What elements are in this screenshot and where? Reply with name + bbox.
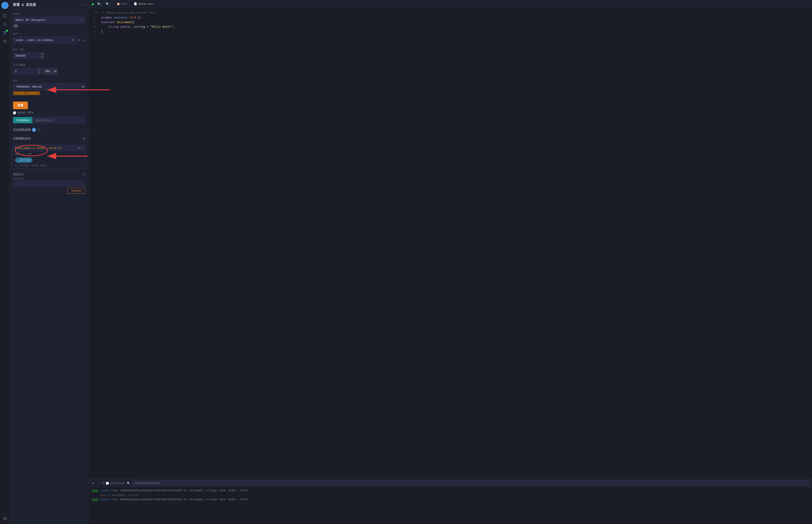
contract-instance-header[interactable]: ▼ HELLOWEB3 AT 0XD91...39138 (M ⧉ ✕ <box>13 145 85 151</box>
tab-close-button[interactable]: ✕ <box>154 2 156 5</box>
zoom-out-button[interactable]: 🔍- <box>105 2 111 6</box>
at-address-input[interactable] <box>32 117 85 123</box>
icon-sidebar: 🔷 ✓ <box>0 0 10 524</box>
line-num-3: 3 <box>89 20 97 25</box>
add-icon[interactable]: + <box>19 33 20 35</box>
string-function-button[interactable]: _string <box>15 158 33 163</box>
ipfs-row: 发布到 IPFS <box>13 111 85 115</box>
line-num-4: 4 <box>89 25 97 29</box>
console-search-input[interactable] <box>132 481 809 486</box>
log-tag-call-2: call <box>91 498 99 501</box>
calldata-label: CALLDATA <box>13 178 85 180</box>
eth-increment-button[interactable]: ▲ <box>37 68 41 71</box>
deploy-button[interactable]: 部署 <box>13 101 28 109</box>
contract-instance: ▼ HELLOWEB3 AT 0XD91...39138 (M ⧉ ✕ 余额: … <box>13 145 86 168</box>
monitor-checkbox-wrap: 监听所有交易 <box>106 481 125 485</box>
ipfs-checkbox[interactable] <box>13 111 16 114</box>
console-search-icon-btn[interactable]: 🔍 <box>126 481 131 485</box>
gas-label: GAS 上限 <box>13 48 85 51</box>
run-button[interactable]: ▶ <box>91 1 95 7</box>
vm-badge: VM <box>13 24 18 28</box>
deploy-action-section: 部署 发布到 IPFS At Address <box>10 97 88 126</box>
chevron-down-icon: ▾ <box>81 18 83 22</box>
transact-button[interactable]: Transact <box>67 188 85 194</box>
editor-tabs: ▶ 🔍+ 🔍- 🏠 Home 📄 hello.sol ✕ <box>89 0 812 8</box>
gas-decrement-button[interactable]: ▼ <box>40 56 44 59</box>
svg-point-5 <box>4 518 5 519</box>
environment-select[interactable]: Remix VM (Shanghai) ▾ <box>13 17 85 23</box>
deployed-contracts-header: 已部署的合约 🗑 <box>10 134 88 143</box>
svg-point-2 <box>3 23 6 26</box>
contract-instance-title: ▼ HELLOWEB3 AT 0XD91...39138 (M <box>15 147 61 150</box>
chevron-down-icon: ▾ <box>72 38 73 42</box>
evm-badge: evm 版本: shanghai <box>13 91 40 95</box>
line-num-5: 5 <box>89 29 97 34</box>
environment-section: 环境 ⚙ Remix VM (Shanghai) ▾ VM <box>10 10 88 30</box>
fn-result: 0: string: Hello Web3! <box>13 164 85 168</box>
account-row: 0x5B3...eddC4 (99.9999999… ▾ ⧉ ✏ <box>13 37 85 43</box>
log-tag-call: call <box>91 489 99 492</box>
eth-unit-select[interactable]: Wei Gwei Ether <box>43 68 58 74</box>
account-select[interactable]: 0x5B3...eddC4 (99.9999999… ▾ <box>13 37 76 43</box>
tx-count-display: 0 <box>102 481 104 485</box>
monitor-label: 监听所有交易 <box>110 481 125 485</box>
contract-balance: 余额: 0. ETH <box>13 151 85 157</box>
line-numbers: 1 2 3 4 5 <box>89 8 97 479</box>
panel-title: 部署 & 发交易 <box>13 3 36 7</box>
contract-select[interactable]: HelloWeb3 - hello.sol <box>13 84 85 90</box>
log-text-3: [call] from: 0x5B38Da6a701c568545dCfcB03… <box>101 498 248 501</box>
environment-label: 环境 ⚙ <box>13 12 85 16</box>
gas-input-row: ▲ ▼ <box>13 52 85 59</box>
nav-icon-files[interactable] <box>1 12 9 19</box>
tab-file[interactable]: 📄 hello.sol ✕ <box>131 1 158 7</box>
at-address-button[interactable]: At Address <box>13 117 32 123</box>
edit-account-button[interactable]: ✏ <box>82 38 85 43</box>
editor-area: ▶ 🔍+ 🔍- 🏠 Home 📄 hello.sol ✕ 1 2 3 4 5 <box>89 0 812 479</box>
at-address-row: At Address <box>13 117 85 123</box>
eth-value-input[interactable] <box>13 68 35 74</box>
eth-decrement-button[interactable]: ▼ <box>37 71 41 74</box>
nav-icon-deploy[interactable]: ✓ <box>1 29 9 36</box>
check-icon: ✓ <box>80 3 81 7</box>
log-entry-1: call [call] from: 0x5B38Da6a701c568545dC… <box>91 489 809 493</box>
nav-icon-search[interactable] <box>1 21 9 28</box>
nav-icon-plugin[interactable] <box>1 38 9 45</box>
chevron-right-icon[interactable]: › <box>83 3 85 7</box>
recorded-txn-section: 已记录的交易 1 ⓘ › <box>10 126 88 134</box>
recorded-txn-title: 已记录的交易 1 ⓘ <box>13 128 41 132</box>
nav-icon-settings[interactable] <box>1 515 9 522</box>
monitor-checkbox[interactable] <box>106 482 109 485</box>
log-entry-2: call to HelloWeb3._string <box>91 493 809 497</box>
eth-spinners: ▲ ▼ <box>37 68 41 74</box>
info-circle-icon: ⓘ <box>37 128 41 132</box>
gas-input[interactable] <box>13 53 40 59</box>
code-editor[interactable]: 1 2 3 4 5 ● // SPDX-License-Identifier: … <box>89 8 812 479</box>
console-back-button[interactable]: ← <box>97 481 101 485</box>
gas-increment-button[interactable]: ▲ <box>40 53 44 56</box>
code-content[interactable]: // SPDX-License-Identifier: MIT pragma s… <box>97 8 812 479</box>
trash-icon[interactable]: 🗑 <box>82 137 85 141</box>
deploy-check-badge: ✓ <box>6 30 8 32</box>
svg-marker-4 <box>4 31 6 34</box>
gas-spinners: ▲ ▼ <box>40 52 45 59</box>
app-logo-icon: 🔷 <box>1 2 9 9</box>
ipfs-label: 发布到 IPFS <box>17 111 33 115</box>
low-level-section: 低级交互 ⓘ CALLDATA Transact <box>10 170 88 196</box>
txn-count-badge: 1 <box>32 128 36 132</box>
copy-account-button[interactable]: ⧉ <box>77 38 80 43</box>
info-low-level-icon: ⓘ <box>82 173 85 176</box>
console-expand-button[interactable]: ▼ <box>91 481 95 485</box>
contract-section: 合约 HelloWeb3 - hello.sol evm 版本: shangha… <box>10 77 88 97</box>
zoom-in-button[interactable]: 🔍+ <box>97 2 104 6</box>
line-num-2: 2 <box>89 16 97 20</box>
panel-header-icons: ✓ › <box>80 3 85 7</box>
info-icon: ⚙ <box>19 12 20 15</box>
console-area: ▼ ← 0 监听所有交易 🔍 call [call] from: 0x5B38D… <box>89 479 812 524</box>
deployed-contracts-title: 已部署的合约 <box>13 136 31 141</box>
chevron-right-txn-icon[interactable]: › <box>83 128 85 132</box>
panel-header: 部署 & 发交易 ✓ › <box>10 0 88 10</box>
tab-home[interactable]: 🏠 Home <box>114 1 130 7</box>
copy-contract-icon[interactable]: ⧉ <box>78 146 80 150</box>
calldata-input[interactable] <box>13 181 85 186</box>
close-contract-icon[interactable]: ✕ <box>81 146 83 150</box>
